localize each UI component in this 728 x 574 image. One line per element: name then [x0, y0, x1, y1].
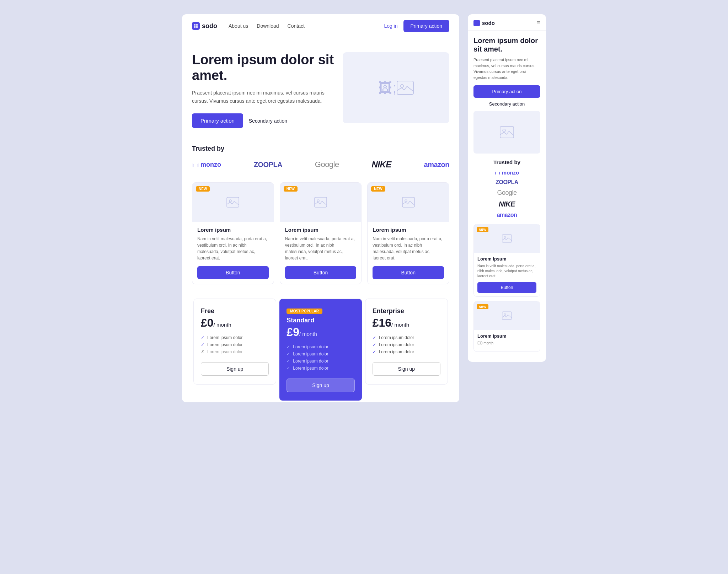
side-brand-google: Google — [497, 189, 516, 197]
card-1-image: NEW — [192, 183, 274, 222]
svg-rect-10 — [502, 235, 512, 242]
card-2: NEW Lorem ipsum Nam in velit malesuada, … — [280, 182, 362, 284]
main-nav: sodo About us Download Contact Log in Pr… — [182, 14, 459, 38]
side-logo-grid: monzo ZOOPLA Google NIKE amazon — [473, 170, 540, 218]
card-3-badge: NEW — [371, 186, 385, 192]
card-2-title: Lorem ipsum — [285, 227, 357, 233]
brand-amazon: amazon — [424, 161, 449, 169]
side-card-2-desc: EO month — [477, 341, 536, 346]
card-3-desc: Nam in velit malesuada, porta erat a, ve… — [373, 236, 444, 261]
card-3-title: Lorem ipsum — [373, 227, 444, 233]
svg-rect-2 — [227, 197, 239, 207]
pricing-free: Free £0/ month ✓Lorem ipsum dolor ✓Lorem… — [193, 299, 276, 385]
side-card-1-body: Lorem ipsum Nam in velit malesuada, port… — [474, 253, 540, 296]
pricing-free-f3: ✗Lorem ipsum dolor — [201, 349, 269, 354]
side-brand-amazon: amazon — [497, 212, 517, 218]
side-card-1-button[interactable]: Button — [477, 282, 536, 293]
nav-download[interactable]: Download — [257, 23, 279, 29]
trusted-logos: monzo ZOOPLA Google NIKE amazon — [192, 160, 449, 170]
svg-point-9 — [503, 129, 505, 132]
card-1-desc: Nam in velit malesuada, porta erat a, ve… — [197, 236, 269, 261]
pricing-std-f3: ✓Lorem ipsum dolor — [287, 359, 354, 364]
pricing-free-tier: Free — [201, 307, 269, 315]
side-brand-monzo: monzo — [495, 170, 519, 176]
side-card-2-body: Lorem ipsum EO month — [474, 330, 540, 352]
card-2-body: Lorem ipsum Nam in velit malesuada, port… — [280, 222, 362, 284]
main-panel: sodo About us Download Contact Log in Pr… — [182, 14, 459, 402]
side-hero-image — [473, 111, 540, 154]
pricing-enterprise-signup[interactable]: Sign up — [373, 362, 440, 376]
pricing-free-f2: ✓Lorem ipsum dolor — [201, 342, 269, 347]
side-trusted-title: Trusted by — [473, 159, 540, 165]
svg-point-3 — [229, 200, 231, 202]
side-nav: sodo ≡ — [468, 14, 546, 31]
pricing-section: Free £0/ month ✓Lorem ipsum dolor ✓Lorem… — [182, 294, 459, 402]
svg-rect-8 — [500, 127, 514, 138]
side-secondary-button[interactable]: Secondary action — [473, 101, 540, 107]
hero-title: Lorem ipsum dolor sit amet. — [192, 52, 334, 83]
login-button[interactable]: Log in — [384, 23, 397, 29]
svg-point-13 — [504, 314, 506, 316]
hero-image-placeholder: 🖼; — [343, 52, 449, 123]
pricing-standard-signup[interactable]: Sign up — [287, 379, 354, 392]
brand-monzo: monzo — [192, 161, 221, 168]
card-1-badge: NEW — [196, 186, 210, 192]
pricing-free-amount: £0/ month — [201, 316, 269, 329]
card-1-button[interactable]: Button — [197, 266, 269, 279]
side-brand-zoopla: ZOOPLA — [496, 179, 518, 186]
pricing-enterprise: Enterprise £16/ month ✓Lorem ipsum dolor… — [365, 299, 448, 385]
svg-rect-4 — [315, 197, 327, 207]
brand-nike: NIKE — [371, 160, 391, 170]
card-2-image: NEW — [280, 183, 362, 222]
side-panel: sodo ≡ Lorem ipsum dolor sit amet. Praes… — [468, 14, 546, 362]
card-1: NEW Lorem ipsum Nam in velit malesuada, … — [192, 182, 274, 284]
side-card-1-image: NEW — [474, 224, 540, 253]
card-2-badge: NEW — [284, 186, 298, 192]
brand-zoopla: ZOOPLA — [254, 161, 282, 169]
trusted-title: Trusted by — [192, 145, 449, 152]
svg-point-7 — [405, 200, 407, 202]
side-primary-button[interactable]: Primary action — [473, 85, 540, 98]
side-logo: sodo — [473, 20, 495, 26]
side-card-2-image: NEW — [474, 301, 540, 330]
pricing-standard: MOST POPULAR Standard £9/ month ✓Lorem i… — [279, 299, 362, 401]
side-brand-nike: NIKE — [499, 200, 515, 208]
svg-rect-0 — [397, 81, 413, 95]
pricing-free-signup[interactable]: Sign up — [201, 362, 269, 376]
pricing-ent-f1: ✓Lorem ipsum dolor — [373, 335, 440, 340]
card-3-button[interactable]: Button — [373, 266, 444, 279]
card-1-body: Lorem ipsum Nam in velit malesuada, port… — [192, 222, 274, 284]
side-card-1-desc: Nam in velit malesuada, porta erat a, ni… — [477, 264, 536, 279]
hero-section: Lorem ipsum dolor sit amet. Praesent pla… — [182, 38, 459, 139]
cards-section: NEW Lorem ipsum Nam in velit malesuada, … — [182, 179, 459, 294]
nav-links: About us Download Contact — [229, 23, 384, 29]
side-logo-icon — [473, 20, 480, 26]
side-card-2-title: Lorem ipsum — [477, 333, 536, 339]
pricing-std-f1: ✓Lorem ipsum dolor — [287, 344, 354, 349]
side-card-1-badge: NEW — [477, 227, 488, 232]
pricing-standard-tier: Standard — [287, 317, 354, 324]
hero-buttons: Primary action Secondary action — [192, 113, 334, 128]
side-hero: Lorem ipsum dolor sit amet. Praesent pla… — [468, 31, 546, 362]
nav-cta-button[interactable]: Primary action — [403, 20, 449, 32]
card-2-desc: Nam in velit malesuada, porta erat a, ve… — [285, 236, 357, 261]
logo-icon — [192, 22, 200, 30]
svg-point-1 — [401, 85, 403, 87]
nav-about[interactable]: About us — [229, 23, 248, 29]
nav-contact[interactable]: Contact — [288, 23, 305, 29]
side-hero-desc: Praesent placerat ipsum nec mi maximus, … — [473, 57, 540, 80]
brand-google: Google — [315, 160, 339, 169]
hamburger-icon[interactable]: ≡ — [536, 19, 540, 27]
card-2-button[interactable]: Button — [285, 266, 357, 279]
nav-logo: sodo — [192, 22, 217, 30]
pricing-enterprise-tier: Enterprise — [373, 307, 440, 315]
hero-left: Lorem ipsum dolor sit amet. Praesent pla… — [192, 52, 334, 128]
side-logo-text: sodo — [482, 20, 495, 26]
card-1-title: Lorem ipsum — [197, 227, 269, 233]
hero-primary-button[interactable]: Primary action — [192, 113, 243, 128]
pricing-ent-f3: ✓Lorem ipsum dolor — [373, 349, 440, 354]
hero-secondary-button[interactable]: Secondary action — [249, 118, 287, 124]
card-3: NEW Lorem ipsum Nam in velit malesuada, … — [367, 182, 449, 284]
svg-rect-6 — [402, 197, 414, 207]
side-card-1-title: Lorem ipsum — [477, 256, 536, 262]
